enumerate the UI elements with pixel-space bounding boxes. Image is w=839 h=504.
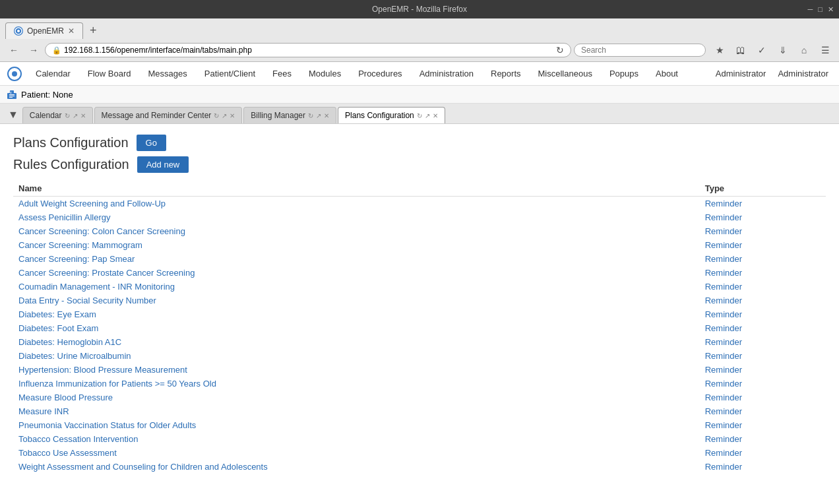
rule-name-link[interactable]: Cancer Screening: Mammogram	[18, 240, 142, 250]
tab-popup-icon[interactable]: ↗	[73, 112, 78, 119]
maximize-button[interactable]: □	[818, 5, 823, 14]
tab-reload-icon-4[interactable]: ↻	[417, 112, 422, 119]
refresh-button[interactable]: ↻	[556, 45, 564, 55]
table-row: Tobacco Use AssessmentReminder	[13, 446, 826, 460]
rule-name-link[interactable]: Weight Assessment and Counseling for Chi…	[18, 462, 268, 472]
search-input[interactable]	[581, 46, 699, 55]
tab-close-icon-4[interactable]: ✕	[433, 112, 438, 119]
table-row: Hypertension: Blood Pressure Measurement…	[13, 363, 826, 377]
tab-popup-icon-2[interactable]: ↗	[222, 112, 227, 119]
nav-calendar[interactable]: Calendar	[28, 62, 78, 85]
tab-strip-arrow[interactable]: ▼	[5, 106, 21, 123]
rule-type-cell: Reminder	[700, 224, 826, 238]
rule-type-cell: Reminder	[700, 307, 826, 321]
forward-button[interactable]: →	[25, 42, 42, 58]
rules-table: Name Type Adult Weight Screening and Fol…	[13, 181, 826, 474]
tab-reload-icon-3[interactable]: ↻	[308, 112, 313, 119]
nav-administration[interactable]: Administration	[412, 62, 482, 85]
nav-fees[interactable]: Fees	[264, 62, 299, 85]
table-row: Measure INRReminder	[13, 404, 826, 418]
tab-close-button[interactable]: ✕	[68, 26, 75, 36]
table-row: Cancer Screening: Pap SmearReminder	[13, 252, 826, 266]
content-tab-message-label: Message and Reminder Center	[102, 111, 212, 120]
rule-name-link[interactable]: Diabetes: Urine Microalbumin	[18, 351, 131, 361]
patient-label: Patient: None	[21, 90, 73, 100]
title-bar: OpenEMR - Mozilla Firefox ─ □ ✕	[0, 0, 839, 18]
nav-messages[interactable]: Messages	[140, 62, 195, 85]
tab-popup-icon-3[interactable]: ↗	[316, 112, 321, 119]
rule-name-link[interactable]: Assess Penicillin Allergy	[18, 212, 110, 222]
rule-name-link[interactable]: Hypertension: Blood Pressure Measurement	[18, 365, 187, 375]
nav-miscellaneous[interactable]: Miscellaneous	[530, 62, 600, 85]
svg-point-3	[12, 71, 17, 77]
rule-name-cell: Influenza Immunization for Patients >= 5…	[13, 377, 700, 391]
rule-type-cell: Reminder	[700, 238, 826, 252]
svg-rect-5	[10, 90, 14, 94]
nav-reports[interactable]: Reports	[483, 62, 529, 85]
rule-name-link[interactable]: Diabetes: Hemoglobin A1C	[18, 337, 121, 347]
rule-name-link[interactable]: Cancer Screening: Pap Smear	[18, 254, 135, 264]
admin-name-2: Administrator	[772, 62, 834, 85]
tab-reload-icon[interactable]: ↻	[65, 112, 70, 119]
rule-name-cell: Hypertension: Blood Pressure Measurement	[13, 363, 700, 377]
back-button[interactable]: ←	[5, 42, 22, 58]
bookmark-star-icon[interactable]: ★	[711, 42, 728, 59]
tab-popup-icon-4[interactable]: ↗	[425, 112, 430, 119]
new-tab-button[interactable]: +	[84, 22, 102, 39]
tab-bar: OpenEMR ✕ +	[0, 18, 839, 39]
rule-name-link[interactable]: Cancer Screening: Colon Cancer Screening	[18, 226, 185, 236]
table-row: Diabetes: Eye ExamReminder	[13, 307, 826, 321]
content-tab-calendar[interactable]: Calendar ↻ ↗ ✕	[22, 107, 93, 123]
tab-label: OpenEMR	[27, 26, 64, 36]
table-row: Cancer Screening: Colon Cancer Screening…	[13, 224, 826, 238]
rule-name-cell: Cancer Screening: Mammogram	[13, 238, 700, 252]
add-new-button[interactable]: Add new	[137, 156, 189, 173]
tab-close-icon-2[interactable]: ✕	[230, 112, 235, 119]
rule-name-link[interactable]: Tobacco Cessation Intervention	[18, 434, 138, 444]
rule-name-cell: Pneumonia Vaccination Status for Older A…	[13, 418, 700, 432]
rule-type-cell: Reminder	[700, 335, 826, 349]
nav-patient-client[interactable]: Patient/Client	[197, 62, 263, 85]
rule-name-cell: Cancer Screening: Pap Smear	[13, 252, 700, 266]
rule-name-link[interactable]: Pneumonia Vaccination Status for Older A…	[18, 420, 196, 430]
rule-type-cell: Reminder	[700, 210, 826, 224]
rule-name-link[interactable]: Adult Weight Screening and Follow-Up	[18, 199, 166, 208]
shield-icon[interactable]: ✓	[753, 42, 770, 59]
nav-procedures[interactable]: Procedures	[350, 62, 410, 85]
rule-name-cell: Diabetes: Urine Microalbumin	[13, 349, 700, 363]
rule-type-cell: Reminder	[700, 266, 826, 280]
rule-name-link[interactable]: Cancer Screening: Prostate Cancer Screen…	[18, 268, 195, 278]
content-tab-billing[interactable]: Billing Manager ↻ ↗ ✕	[243, 107, 336, 123]
patient-bar: Patient: None	[0, 86, 839, 104]
nav-popups[interactable]: Popups	[602, 62, 646, 85]
nav-modules[interactable]: Modules	[301, 62, 349, 85]
content-tab-plans[interactable]: Plans Configuration ↻ ↗ ✕	[338, 107, 445, 123]
rule-type-cell: Reminder	[700, 252, 826, 266]
close-button[interactable]: ✕	[828, 5, 834, 14]
rule-name-link[interactable]: Measure INR	[18, 406, 69, 416]
rule-name-link[interactable]: Measure Blood Pressure	[18, 393, 113, 402]
nav-flow-board[interactable]: Flow Board	[80, 62, 139, 85]
rule-type-cell: Reminder	[700, 446, 826, 460]
rule-name-link[interactable]: Influenza Immunization for Patients >= 5…	[18, 379, 216, 389]
home-icon[interactable]: ⌂	[795, 42, 813, 59]
nav-about[interactable]: About	[648, 62, 686, 85]
rule-name-link[interactable]: Diabetes: Foot Exam	[18, 323, 98, 333]
menu-icon[interactable]: ☰	[817, 42, 834, 59]
rule-name-link[interactable]: Coumadin Management - INR Monitoring	[18, 282, 175, 292]
go-button[interactable]: Go	[137, 135, 166, 151]
address-input[interactable]	[64, 46, 553, 55]
content-tab-message[interactable]: Message and Reminder Center ↻ ↗ ✕	[94, 107, 243, 123]
window-controls[interactable]: ─ □ ✕	[808, 5, 834, 14]
rule-name-cell: Data Entry - Social Security Number	[13, 294, 700, 307]
bookmarks-icon[interactable]: 🕮	[732, 42, 749, 59]
tab-close-icon-3[interactable]: ✕	[324, 112, 329, 119]
minimize-button[interactable]: ─	[808, 5, 813, 14]
rule-name-link[interactable]: Data Entry - Social Security Number	[18, 296, 156, 305]
browser-tab-openemr[interactable]: OpenEMR ✕	[5, 22, 83, 39]
rule-name-link[interactable]: Diabetes: Eye Exam	[18, 309, 96, 319]
tab-close-icon[interactable]: ✕	[80, 112, 86, 119]
download-icon[interactable]: ⇓	[774, 42, 792, 59]
tab-reload-icon-2[interactable]: ↻	[214, 112, 219, 119]
rule-name-link[interactable]: Tobacco Use Assessment	[18, 448, 117, 458]
